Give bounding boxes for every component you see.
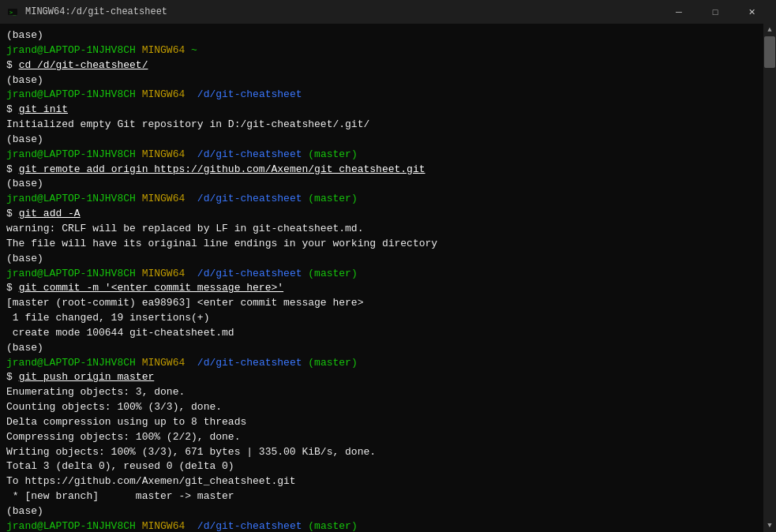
line-out-7: Enumerating objects: 3, done. xyxy=(6,385,757,400)
scroll-down-arrow[interactable]: ▼ xyxy=(763,519,776,532)
line-cmd-2: $ git init xyxy=(6,103,757,118)
line-cmd-1: $ cd /d/git-cheatsheet/ xyxy=(6,58,757,73)
app-icon: >_ xyxy=(6,6,19,18)
line-prompt-2: jrand@LAPTOP-1NJHV8CH MINGW64 /d/git-che… xyxy=(6,88,757,103)
line-base-7: (base) xyxy=(6,504,757,519)
line-prompt-5: jrand@LAPTOP-1NJHV8CH MINGW64 /d/git-che… xyxy=(6,267,757,282)
line-base-4: (base) xyxy=(6,177,757,192)
line-out-10: Compressing objects: 100% (2/2), done. xyxy=(6,430,757,445)
terminal-content[interactable]: (base) jrand@LAPTOP-1NJHV8CH MINGW64 ~ $… xyxy=(0,24,763,532)
window-title: MINGW64:/d/git-cheatsheet xyxy=(25,6,661,17)
line-cmd-4: $ git add -A xyxy=(6,207,757,222)
line-out-13: To https://github.com/Axemen/git_cheatsh… xyxy=(6,474,757,489)
line-out-4: [master (root-commit) ea98963] <enter co… xyxy=(6,296,757,311)
line-prompt-7: jrand@LAPTOP-1NJHV8CH MINGW64 /d/git-che… xyxy=(6,519,757,532)
line-prompt-1: jrand@LAPTOP-1NJHV8CH MINGW64 ~ xyxy=(6,43,757,58)
scroll-track[interactable] xyxy=(763,36,776,519)
line-cmd-5: $ git commit -m '<enter commit message h… xyxy=(6,281,757,296)
line-out-8: Counting objects: 100% (3/3), done. xyxy=(6,400,757,415)
window-controls: ─ □ ✕ xyxy=(661,0,770,24)
line-cmd-6: $ git push origin master xyxy=(6,370,757,385)
line-base-6: (base) xyxy=(6,341,757,356)
scrollbar[interactable]: ▲ ▼ xyxy=(763,24,776,532)
title-bar: >_ MINGW64:/d/git-cheatsheet ─ □ ✕ xyxy=(0,0,776,24)
minimize-button[interactable]: ─ xyxy=(661,0,697,24)
line-out-1: Initialized empty Git repository in D:/g… xyxy=(6,118,757,133)
line-out-6: create mode 100644 git-cheatsheet.md xyxy=(6,326,757,341)
close-button[interactable]: ✕ xyxy=(733,0,770,24)
line-prompt-6: jrand@LAPTOP-1NJHV8CH MINGW64 /d/git-che… xyxy=(6,356,757,371)
terminal-area: (base) jrand@LAPTOP-1NJHV8CH MINGW64 ~ $… xyxy=(0,24,776,532)
line-out-3: The file will have its original line end… xyxy=(6,237,757,252)
line-base-1: (base) xyxy=(6,28,757,43)
line-cmd-3: $ git remote add origin https://github.c… xyxy=(6,163,757,178)
line-base-3: (base) xyxy=(6,133,757,148)
line-out-11: Writing objects: 100% (3/3), 671 bytes |… xyxy=(6,445,757,460)
line-out-2: warning: CRLF will be replaced by LF in … xyxy=(6,222,757,237)
terminal-window: >_ MINGW64:/d/git-cheatsheet ─ □ ✕ (base… xyxy=(0,0,776,532)
line-out-5: 1 file changed, 19 insertions(+) xyxy=(6,311,757,326)
line-out-9: Delta compression using up to 8 threads xyxy=(6,415,757,430)
line-base-5: (base) xyxy=(6,252,757,267)
line-prompt-3: jrand@LAPTOP-1NJHV8CH MINGW64 /d/git-che… xyxy=(6,148,757,163)
line-prompt-4: jrand@LAPTOP-1NJHV8CH MINGW64 /d/git-che… xyxy=(6,192,757,207)
scroll-up-arrow[interactable]: ▲ xyxy=(763,24,776,36)
scroll-thumb[interactable] xyxy=(764,36,775,68)
svg-text:>_: >_ xyxy=(9,9,17,16)
line-base-2: (base) xyxy=(6,73,757,88)
maximize-button[interactable]: □ xyxy=(697,0,733,24)
line-out-12: Total 3 (delta 0), reused 0 (delta 0) xyxy=(6,459,757,474)
line-out-14: * [new branch] master -> master xyxy=(6,489,757,504)
